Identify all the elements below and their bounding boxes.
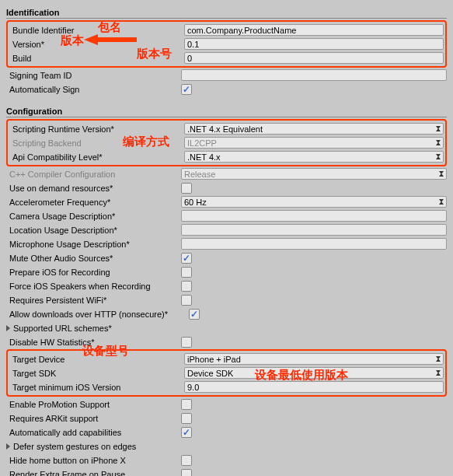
target-highlight: Target Device iPhone + iPad Target SDK D… [6,349,447,397]
cpp-config-label: C++ Compiler Configuration [6,170,181,179]
allow-http-checkbox[interactable] [189,309,200,320]
defer-gestures-label: Defer system gestures on edges [12,442,187,451]
mic-desc-input[interactable] [181,238,447,250]
version-label: Version* [9,40,184,49]
identification-highlight: Bundle Identifier Version* Build [6,20,447,68]
cpp-config-dropdown: Release [181,168,447,180]
target-min-ios-input[interactable] [184,381,444,393]
allow-http-label: Allow downloads over HTTP (nonsecure)* [6,310,189,319]
target-device-label: Target Device [9,355,184,364]
arkit-checkbox[interactable] [181,413,192,424]
extra-frame-label: Render Extra Frame on Pause [6,470,181,477]
arkit-label: Requires ARKit support [6,414,181,423]
bundle-identifier-label: Bundle Identifier [9,26,184,35]
api-compat-dropdown[interactable]: .NET 4.x [184,151,444,163]
api-compat-label: Api Compatibility Level* [9,152,184,162]
extra-frame-checkbox[interactable] [181,469,192,477]
configuration-header: Configuration [6,107,447,117]
scripting-runtime-label: Scripting Runtime Version* [9,124,184,134]
disable-hw-label: Disable HW Statistics* [6,338,181,347]
target-sdk-dropdown[interactable]: Device SDK [184,367,444,379]
persist-wifi-label: Requires Persistent WiFi* [6,296,181,305]
persist-wifi-checkbox[interactable] [181,295,192,306]
accel-freq-dropdown[interactable]: 60 Hz [181,196,447,208]
target-device-dropdown[interactable]: iPhone + iPad [184,353,444,365]
identification-header: Identification [6,8,447,19]
build-input[interactable] [184,52,444,64]
mute-audio-checkbox[interactable] [181,253,192,264]
hide-home-label: Hide home button on iPhone X [6,456,181,465]
auto-cap-checkbox[interactable] [181,427,192,438]
auto-cap-label: Automatically add capabilities [6,428,181,437]
promotion-label: Enable ProMotion Support [6,400,181,409]
prepare-recording-checkbox[interactable] [181,267,192,278]
defer-gestures-foldout-arrow[interactable] [6,443,10,450]
signing-team-input[interactable] [181,69,447,81]
build-label: Build [9,54,184,63]
camera-desc-label: Camera Usage Description* [6,212,181,221]
url-schemes-label: Supported URL schemes* [12,324,187,333]
mute-audio-label: Mute Other Audio Sources* [6,254,181,263]
prepare-recording-label: Prepare iOS for Recording [6,268,181,277]
scripting-runtime-dropdown[interactable]: .NET 4.x Equivalent [184,123,444,135]
on-demand-label: Use on demand resources* [6,184,181,193]
auto-sign-label: Automatically Sign [6,85,181,94]
url-schemes-foldout-arrow[interactable] [6,325,10,331]
auto-sign-checkbox[interactable] [181,84,192,95]
target-sdk-label: Target SDK [9,369,184,378]
disable-hw-checkbox[interactable] [181,337,192,348]
on-demand-checkbox[interactable] [181,183,192,194]
hide-home-checkbox[interactable] [181,455,192,466]
inspector-panel: Identification Bundle Identifier Version… [6,8,447,476]
scripting-backend-label: Scripting Backend [9,138,184,148]
scripting-backend-dropdown: IL2CPP [184,137,444,149]
target-min-ios-label: Target minimum iOS Version [9,383,184,392]
signing-team-label: Signing Team ID [6,71,181,80]
location-desc-input[interactable] [181,224,447,236]
force-speakers-label: Force iOS Speakers when Recording [6,282,181,291]
scripting-highlight: Scripting Runtime Version* .NET 4.x Equi… [6,119,447,166]
promotion-checkbox[interactable] [181,399,192,410]
camera-desc-input[interactable] [181,210,447,222]
bundle-identifier-input[interactable] [184,24,444,36]
version-input[interactable] [184,38,444,50]
mic-desc-label: Microphone Usage Description* [6,240,181,249]
force-speakers-checkbox[interactable] [181,281,192,292]
location-desc-label: Location Usage Description* [6,226,181,235]
accel-freq-label: Accelerometer Frequency* [6,198,181,207]
